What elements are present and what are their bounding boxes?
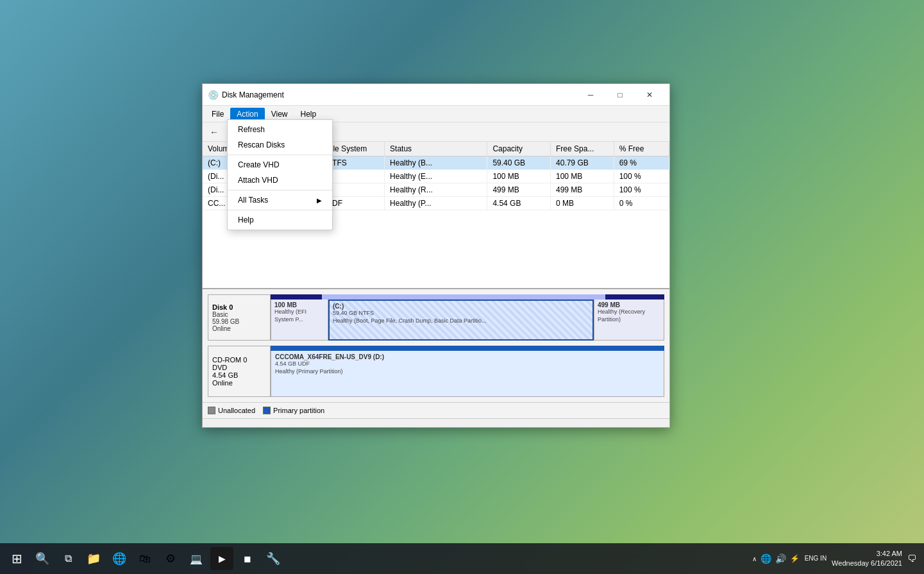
close-button[interactable]: ✕ bbox=[635, 84, 664, 106]
extra-app-button[interactable]: 🔧 bbox=[262, 547, 285, 570]
disk0-size: 59.98 GB bbox=[212, 318, 266, 325]
cdrom0-partition[interactable]: CCCOMA_X64FRE_EN-US_DV9 (D:) 4.54 GB UDF… bbox=[271, 351, 664, 397]
taskbar-left: ⊞ 🔍 ⧉ 📁 🌐 🛍 ⚙ 💻 ▶ ◼ 🔧 bbox=[0, 547, 290, 570]
disk0-status: Online bbox=[212, 325, 266, 332]
legend: Unallocated Primary partition bbox=[203, 402, 669, 418]
menu-help[interactable]: Help bbox=[294, 108, 323, 121]
cell-status: Healthy (E... bbox=[385, 170, 487, 183]
cdrom0-name: CD-ROM 0 bbox=[212, 356, 266, 364]
rescan-disks-label: Rescan Disks bbox=[238, 140, 285, 149]
menu-item-help[interactable]: Help bbox=[228, 212, 332, 228]
menu-view[interactable]: View bbox=[265, 108, 294, 121]
disk0-bar-recovery bbox=[605, 294, 664, 300]
disk0-partitions: 100 MB Healthy (EFI System P... (C:) 59.… bbox=[271, 294, 664, 341]
cdrom0-part-name: CCCOMA_X64FRE_EN-US_DV9 (D:) bbox=[275, 353, 660, 360]
cell-freespace: 0 MB bbox=[551, 197, 614, 210]
menu-separator-1 bbox=[228, 155, 332, 155]
menu-item-all-tasks[interactable]: All Tasks ▶ bbox=[228, 192, 332, 208]
col-header-percentfree: % Free bbox=[614, 142, 669, 156]
cell-percentfree: 100 % bbox=[614, 170, 669, 183]
start-button[interactable]: ⊞ bbox=[5, 547, 28, 570]
help-label: Help bbox=[238, 215, 254, 224]
explorer-button[interactable]: 📁 bbox=[82, 547, 105, 570]
main-status: Healthy (Boot, Page File, Crash Dump, Ba… bbox=[333, 317, 589, 325]
disk0-type: Basic bbox=[212, 311, 266, 318]
cell-capacity: 4.54 GB bbox=[487, 197, 551, 210]
menu-separator-2 bbox=[228, 190, 332, 190]
recovery-status: Healthy (Recovery Partition) bbox=[598, 308, 660, 323]
disk0-partition-recovery[interactable]: 499 MB Healthy (Recovery Partition) bbox=[594, 300, 664, 341]
legend-unallocated: Unallocated bbox=[208, 407, 255, 414]
disk0-bar bbox=[271, 294, 664, 300]
action-dropdown-menu: Refresh Rescan Disks Create VHD Attach V… bbox=[227, 119, 333, 230]
taskbar-right: ∧ 🌐 🔊 ⚡ ENG IN 3:42 AM Wednesday 6/16/20… bbox=[744, 549, 924, 569]
terminal-button[interactable]: ◼ bbox=[236, 547, 259, 570]
window-title: Disk Management bbox=[222, 90, 576, 99]
all-tasks-arrow: ▶ bbox=[317, 197, 322, 204]
disk0-partition-efi[interactable]: 100 MB Healthy (EFI System P... bbox=[271, 300, 328, 341]
store-button[interactable]: 🛍 bbox=[133, 547, 156, 570]
cell-freespace: 100 MB bbox=[551, 170, 614, 183]
clock-time: 3:42 AM bbox=[832, 549, 902, 559]
cmd-button[interactable]: ▶ bbox=[210, 547, 233, 570]
settings-button[interactable]: ⚙ bbox=[159, 547, 182, 570]
cell-percentfree: 0 % bbox=[614, 197, 669, 210]
minimize-button[interactable]: ─ bbox=[576, 84, 605, 106]
cdrom0-bar bbox=[271, 346, 664, 351]
clock-date: Wednesday 6/16/2021 bbox=[832, 559, 902, 568]
col-header-freespace: Free Spa... bbox=[551, 142, 614, 156]
menu-item-attach-vhd[interactable]: Attach VHD bbox=[228, 173, 332, 188]
window-titlebar: 💿 Disk Management ─ □ ✕ bbox=[203, 84, 669, 106]
cdrom0-row: CD-ROM 0 DVD 4.54 GB Online CCCOMA_X64FR… bbox=[208, 346, 664, 397]
edge-button[interactable]: 🌐 bbox=[108, 547, 131, 570]
systray: ∧ 🌐 🔊 ⚡ bbox=[752, 553, 800, 564]
menu-file[interactable]: File bbox=[205, 108, 230, 121]
cdrom0-content: CCCOMA_X64FRE_EN-US_DV9 (D:) 4.54 GB UDF… bbox=[271, 346, 664, 397]
legend-primary: Primary partition bbox=[263, 407, 324, 414]
disk0-parts-row: 100 MB Healthy (EFI System P... (C:) 59.… bbox=[271, 300, 664, 341]
taskview-button[interactable]: ⧉ bbox=[56, 547, 80, 570]
search-button[interactable]: 🔍 bbox=[31, 547, 54, 570]
mgmt-button[interactable]: 💻 bbox=[185, 547, 208, 570]
horizontal-scrollbar[interactable] bbox=[203, 418, 669, 427]
menu-item-refresh[interactable]: Refresh bbox=[228, 122, 332, 137]
notification-icon[interactable]: 🗨 bbox=[907, 553, 916, 564]
cdrom0-type: DVD bbox=[212, 364, 266, 371]
language-indicator: ENG IN bbox=[805, 555, 827, 562]
legend-unallocated-box bbox=[208, 407, 215, 414]
col-header-status: Status bbox=[385, 142, 487, 156]
chevron-icon[interactable]: ∧ bbox=[752, 555, 757, 562]
disk0-partition-main[interactable]: (C:) 59.40 GB NTFS Healthy (Boot, Page F… bbox=[328, 300, 594, 341]
main-info: 59.40 GB NTFS bbox=[333, 310, 589, 317]
disk0-name: Disk 0 bbox=[212, 303, 266, 311]
menu-item-rescan-disks[interactable]: Rescan Disks bbox=[228, 137, 332, 153]
volume-icon[interactable]: 🔊 bbox=[775, 553, 786, 564]
disk0-row: Disk 0 Basic 59.98 GB Online 100 MB Hea bbox=[208, 294, 664, 341]
menu-item-create-vhd[interactable]: Create VHD bbox=[228, 157, 332, 173]
cdrom0-part-status: Healthy (Primary Partition) bbox=[275, 368, 660, 376]
toolbar-back[interactable]: ← bbox=[206, 124, 222, 140]
disk0-label: Disk 0 Basic 59.98 GB Online bbox=[208, 294, 271, 341]
disk-panels: Disk 0 Basic 59.98 GB Online 100 MB Hea bbox=[203, 289, 669, 402]
cell-status: Healthy (R... bbox=[385, 183, 487, 197]
cell-percentfree: 100 % bbox=[614, 183, 669, 197]
battery-icon: ⚡ bbox=[790, 554, 800, 563]
taskbar-clock[interactable]: 3:42 AM Wednesday 6/16/2021 bbox=[832, 549, 902, 569]
col-header-capacity: Capacity bbox=[487, 142, 551, 156]
refresh-label: Refresh bbox=[238, 125, 265, 134]
cell-freespace: 40.79 GB bbox=[551, 156, 614, 170]
maximize-button[interactable]: □ bbox=[605, 84, 635, 106]
cell-capacity: 499 MB bbox=[487, 183, 551, 197]
cdrom0-label: CD-ROM 0 DVD 4.54 GB Online bbox=[208, 346, 271, 397]
legend-unallocated-label: Unallocated bbox=[218, 407, 255, 414]
cell-status: Healthy (B... bbox=[385, 156, 487, 170]
recovery-size: 499 MB bbox=[598, 301, 660, 308]
cell-percentfree: 69 % bbox=[614, 156, 669, 170]
main-label: (C:) bbox=[333, 303, 589, 310]
legend-primary-box bbox=[263, 407, 271, 414]
network-icon[interactable]: 🌐 bbox=[760, 553, 771, 564]
menu-action[interactable]: Action bbox=[230, 108, 264, 121]
create-vhd-label: Create VHD bbox=[238, 160, 280, 169]
disk0-bar-efi bbox=[271, 294, 322, 300]
window-app-icon: 💿 bbox=[208, 90, 218, 100]
